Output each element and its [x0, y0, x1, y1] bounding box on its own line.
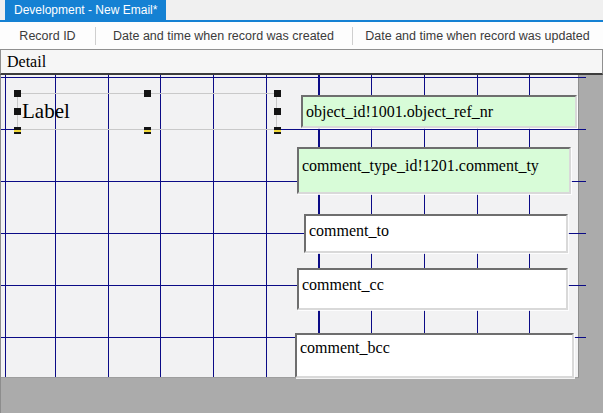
column-header-record-id[interactable]: Record ID	[0, 22, 95, 49]
column-header-updated[interactable]: Date and time when record was updated	[352, 22, 603, 49]
selection-handle-middle-right[interactable]	[274, 108, 281, 115]
field-object-ref-nr[interactable]: object_id!1001.object_ref_nr	[301, 95, 577, 128]
selection-handle-top-right[interactable]	[274, 90, 281, 97]
selection-handle-bottom-left[interactable]	[14, 127, 21, 134]
field-comment-to[interactable]: comment_to	[304, 214, 568, 253]
selection-handle-bottom-middle[interactable]	[144, 127, 151, 134]
field-comment-bcc[interactable]: comment_bcc	[295, 333, 574, 378]
column-header-created[interactable]: Date and time when record was created	[95, 22, 352, 49]
selection-handle-middle-left[interactable]	[14, 108, 21, 115]
form-designer-window: Development - New Email* Record ID Date …	[0, 0, 603, 413]
label-element[interactable]: Label	[17, 93, 277, 130]
selection-handle-top-left[interactable]	[14, 90, 21, 97]
column-separator	[95, 27, 96, 45]
selection-handle-top-middle[interactable]	[144, 90, 151, 97]
selection-handle-bottom-right[interactable]	[274, 127, 281, 134]
field-comment-cc[interactable]: comment_cc	[297, 268, 568, 310]
tab-bar: Development - New Email*	[0, 0, 603, 22]
column-separator	[352, 27, 353, 45]
band-header-detail[interactable]: Detail	[0, 49, 603, 75]
document-tab[interactable]: Development - New Email*	[5, 0, 166, 21]
design-work-area: Label object_id!1001.object_ref_nr comme…	[0, 75, 603, 413]
field-comment-type[interactable]: comment_type_id!1201.comment_ty	[297, 147, 571, 194]
field-column-header-row: Record ID Date and time when record was …	[0, 22, 603, 49]
